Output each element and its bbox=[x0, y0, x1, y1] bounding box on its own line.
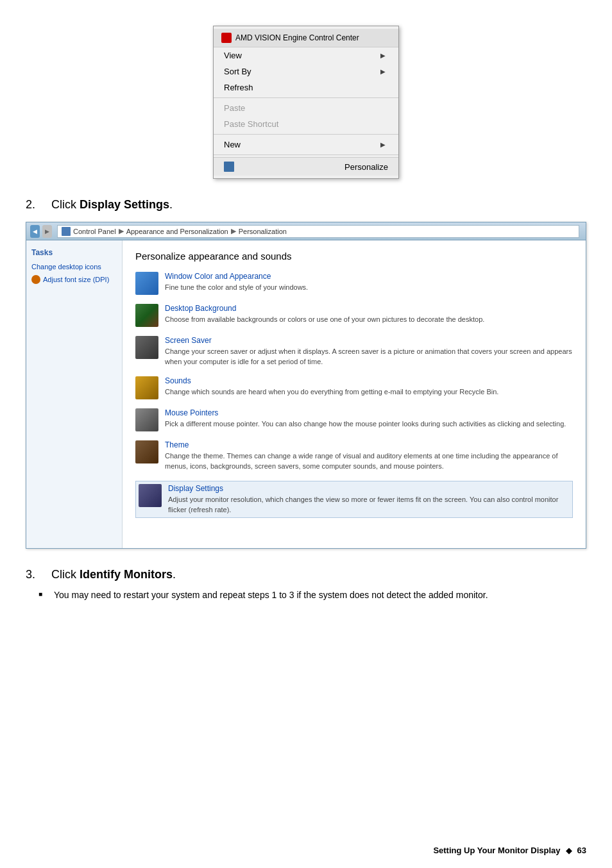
menu-arrow-view: ▶ bbox=[380, 52, 386, 59]
address-sep-1: ▶ bbox=[119, 227, 124, 235]
personalize-icon bbox=[224, 162, 234, 172]
window-color-text: Window Color and Appearance Fine tune th… bbox=[165, 272, 573, 292]
menu-sep-2 bbox=[214, 134, 398, 135]
desktop-bg-text: Desktop Background Choose from available… bbox=[165, 304, 573, 324]
screen-saver-description: Change your screen saver or adjust when … bbox=[165, 347, 572, 365]
address-path-2: Appearance and Personalization bbox=[126, 228, 228, 235]
step3-container: 3. Click Identify Monitors. bbox=[26, 568, 586, 581]
menu-arrow-sortby: ▶ bbox=[380, 68, 386, 75]
sounds-description: Change which sounds are heard when you d… bbox=[165, 388, 498, 396]
desktop-bg-description: Choose from available backgrounds or col… bbox=[165, 315, 484, 323]
menu-sep-1 bbox=[214, 97, 398, 98]
display-description: Adjust your monitor resolution, which ch… bbox=[168, 496, 558, 513]
menu-item-new[interactable]: New ▶ bbox=[214, 137, 398, 153]
bullet-item-1: You may need to restart your system and … bbox=[38, 588, 586, 602]
step3-number: 3. bbox=[26, 568, 45, 581]
window-titlebar: ◀ ▶ Control Panel ▶ Appearance and Perso… bbox=[26, 222, 586, 240]
sidebar-link-change-desktop-label: Change desktop icons bbox=[31, 262, 101, 271]
display-icon bbox=[139, 484, 162, 507]
menu-item-view-label: View bbox=[224, 51, 242, 60]
screen-saver-link[interactable]: Screen Saver bbox=[165, 336, 573, 345]
desktop-bg-link[interactable]: Desktop Background bbox=[165, 304, 573, 313]
step2-text: Click Display Settings. bbox=[51, 198, 173, 212]
footer-text: Setting Up Your Monitor Display bbox=[433, 846, 560, 855]
sounds-text: Sounds Change which sounds are heard whe… bbox=[165, 376, 573, 397]
desktop-bg-icon bbox=[135, 304, 158, 327]
menu-item-refresh[interactable]: Refresh bbox=[214, 79, 398, 96]
sounds-icon bbox=[135, 376, 158, 399]
theme-description: Change the theme. Themes can change a wi… bbox=[165, 452, 558, 470]
sidebar-link-adjust-font-label: Adjust font size (DPI) bbox=[43, 275, 109, 284]
window-color-link[interactable]: Window Color and Appearance bbox=[165, 272, 573, 281]
adjust-font-icon bbox=[31, 275, 40, 284]
footer-page-number: 63 bbox=[577, 846, 586, 855]
footer-diamond: ◆ bbox=[566, 846, 572, 855]
menu-item-sort-by[interactable]: Sort By ▶ bbox=[214, 63, 398, 79]
address-bar-icon bbox=[62, 227, 71, 236]
control-panel-window: ◀ ▶ Control Panel ▶ Appearance and Perso… bbox=[26, 222, 586, 549]
mouse-link[interactable]: Mouse Pointers bbox=[165, 408, 573, 417]
menu-item-paste-shortcut: Paste Shortcut bbox=[214, 116, 398, 132]
address-path-3: Personalization bbox=[239, 228, 287, 235]
theme-text: Theme Change the theme. Themes can chang… bbox=[165, 440, 573, 472]
screen-saver-text: Screen Saver Change your screen saver or… bbox=[165, 336, 573, 367]
window-color-icon bbox=[135, 272, 158, 295]
forward-button[interactable]: ▶ bbox=[42, 225, 52, 238]
amd-icon bbox=[221, 33, 232, 43]
bullet-item-1-text: You may need to restart your system and … bbox=[54, 590, 488, 600]
mouse-text: Mouse Pointers Pick a different mouse po… bbox=[165, 408, 573, 429]
sidebar: Tasks Change desktop icons Adjust font s… bbox=[26, 240, 123, 548]
menu-item-refresh-label: Refresh bbox=[224, 83, 253, 92]
settings-item-window-color: Window Color and Appearance Fine tune th… bbox=[135, 272, 573, 295]
menu-item-sort-by-label: Sort By bbox=[224, 67, 251, 76]
window-body: Tasks Change desktop icons Adjust font s… bbox=[26, 240, 586, 548]
mouse-description: Pick a different mouse pointer. You can … bbox=[165, 420, 566, 428]
step2-text-before: Click bbox=[51, 198, 80, 211]
menu-item-paste: Paste bbox=[214, 100, 398, 116]
address-path-1: Control Panel bbox=[73, 228, 116, 235]
step3-text: Click Identify Monitors. bbox=[51, 568, 176, 581]
menu-item-paste-label: Paste bbox=[224, 103, 245, 113]
context-menu-header: AMD VISION Engine Control Center bbox=[214, 29, 398, 47]
menu-item-personalize[interactable]: Personalize bbox=[214, 157, 398, 176]
settings-item-display: Display Settings Adjust your monitor res… bbox=[135, 481, 573, 519]
menu-item-view[interactable]: View ▶ bbox=[214, 47, 398, 63]
bullet-list: You may need to restart your system and … bbox=[38, 588, 586, 602]
main-heading: Personalize appearance and sounds bbox=[135, 251, 573, 262]
sidebar-link-adjust-font[interactable]: Adjust font size (DPI) bbox=[31, 275, 117, 284]
step2-text-bold: Display Settings bbox=[80, 198, 169, 211]
step3-text-bold: Identify Monitors bbox=[80, 568, 173, 581]
screen-saver-icon bbox=[135, 336, 158, 359]
main-content: Personalize appearance and sounds Window… bbox=[123, 240, 586, 548]
settings-item-theme: Theme Change the theme. Themes can chang… bbox=[135, 440, 573, 472]
step2-container: 2. Click Display Settings. bbox=[26, 198, 586, 212]
theme-link[interactable]: Theme bbox=[165, 440, 573, 449]
window-color-description: Fine tune the color and style of your wi… bbox=[165, 283, 308, 291]
menu-item-paste-shortcut-label: Paste Shortcut bbox=[224, 119, 278, 129]
context-menu-header-text: AMD VISION Engine Control Center bbox=[235, 33, 359, 42]
theme-icon bbox=[135, 440, 158, 463]
step2-number: 2. bbox=[26, 198, 45, 212]
back-button[interactable]: ◀ bbox=[30, 225, 40, 238]
address-sep-2: ▶ bbox=[231, 227, 236, 235]
settings-item-sounds: Sounds Change which sounds are heard whe… bbox=[135, 376, 573, 399]
step3-text-before: Click bbox=[51, 568, 80, 581]
sidebar-link-change-desktop[interactable]: Change desktop icons bbox=[31, 262, 117, 271]
address-bar: Control Panel ▶ Appearance and Personali… bbox=[57, 225, 579, 238]
menu-item-new-label: New bbox=[224, 140, 241, 149]
step2-text-after: . bbox=[169, 198, 173, 211]
sounds-link[interactable]: Sounds bbox=[165, 376, 573, 385]
sidebar-tasks-heading: Tasks bbox=[31, 248, 117, 257]
step3-text-after: . bbox=[173, 568, 176, 581]
display-settings-link[interactable]: Display Settings bbox=[168, 484, 570, 493]
page-footer: Setting Up Your Monitor Display ◆ 63 bbox=[433, 846, 586, 855]
menu-sep-3 bbox=[214, 154, 398, 155]
settings-item-screen-saver: Screen Saver Change your screen saver or… bbox=[135, 336, 573, 367]
menu-arrow-new: ▶ bbox=[380, 141, 386, 148]
menu-item-personalize-label: Personalize bbox=[344, 162, 388, 172]
display-text: Display Settings Adjust your monitor res… bbox=[168, 484, 570, 515]
context-menu: AMD VISION Engine Control Center View ▶ … bbox=[213, 26, 399, 179]
settings-item-desktop-bg: Desktop Background Choose from available… bbox=[135, 304, 573, 327]
context-menu-section: AMD VISION Engine Control Center View ▶ … bbox=[26, 26, 586, 179]
settings-item-mouse: Mouse Pointers Pick a different mouse po… bbox=[135, 408, 573, 431]
